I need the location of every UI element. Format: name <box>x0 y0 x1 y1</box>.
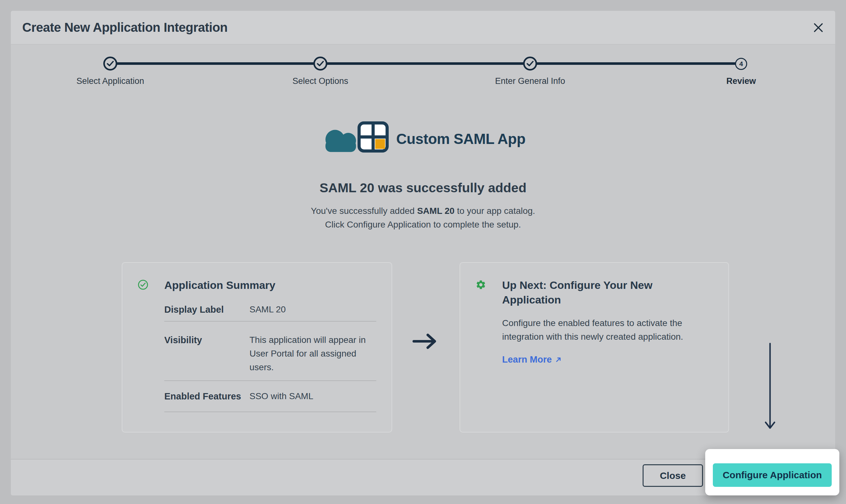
app-logo: Custom SAML App <box>11 121 835 152</box>
row-label: Display Label <box>164 303 250 317</box>
close-modal-button[interactable]: Close <box>643 464 703 487</box>
step-circle-select-application[interactable] <box>103 57 117 71</box>
close-icon <box>812 22 824 34</box>
step-circle-enter-general-info[interactable] <box>523 57 537 71</box>
close-button[interactable] <box>810 19 827 36</box>
row-value: SSO with SAML <box>250 389 376 403</box>
summary-rows: Display Label SAML 20 Visibility This ap… <box>164 299 376 412</box>
stepper-line <box>110 62 741 65</box>
check-icon <box>317 61 324 67</box>
app-name-bold: SAML 20 <box>417 206 454 216</box>
cloud-icon <box>321 124 363 152</box>
learn-more-link[interactable]: Learn More <box>502 354 562 365</box>
application-summary-card: Application Summary Display Label SAML 2… <box>122 262 392 432</box>
step-number: 4 <box>739 60 743 68</box>
step-label-select-options[interactable]: Select Options <box>292 76 348 86</box>
success-line-1: You've successfully added SAML 20 to you… <box>11 204 835 218</box>
row-label: Visibility <box>164 333 250 374</box>
row-label: Enabled Features <box>164 389 250 403</box>
success-line-2: Click Configure Application to complete … <box>11 218 835 231</box>
summary-row-display-label: Display Label SAML 20 <box>164 299 376 322</box>
check-icon <box>107 61 114 67</box>
down-arrow-icon <box>762 342 778 434</box>
configure-application-button[interactable]: Configure Application <box>713 463 832 487</box>
create-app-modal: Create New Application Integration <box>11 11 835 496</box>
check-icon <box>527 61 534 67</box>
gear-icon <box>475 279 486 290</box>
summary-row-enabled-features: Enabled Features SSO with SAML <box>164 381 376 412</box>
step-circle-select-options[interactable] <box>313 57 327 71</box>
success-message: You've successfully added SAML 20 to you… <box>11 204 835 231</box>
learn-more-label: Learn More <box>502 354 552 365</box>
app-logo-label: Custom SAML App <box>396 130 525 152</box>
up-next-card-title: Up Next: Configure Your New Application <box>502 278 674 307</box>
right-arrow-icon <box>412 333 438 350</box>
step-label-enter-general-info[interactable]: Enter General Info <box>495 76 565 86</box>
up-next-card-body: Configure the enabled features to activa… <box>502 316 709 343</box>
configure-button-highlight: Configure Application <box>705 449 839 496</box>
up-next-card: Up Next: Configure Your New Application … <box>460 262 729 432</box>
external-link-icon <box>555 356 562 363</box>
step-label-select-application[interactable]: Select Application <box>76 76 144 86</box>
page-title: Create New Application Integration <box>22 20 228 35</box>
success-heading: SAML 20 was successfully added <box>11 180 835 195</box>
summary-row-visibility: Visibility This application will appear … <box>164 322 376 381</box>
app-grid-icon <box>358 121 389 152</box>
check-circle-icon <box>138 279 148 290</box>
row-value: This application will appear in User Por… <box>250 333 376 374</box>
step-label-review: Review <box>726 76 756 86</box>
screen: Create New Application Integration <box>0 0 846 504</box>
step-circle-review: 4 <box>735 58 747 70</box>
modal-header: Create New Application Integration <box>11 11 835 44</box>
row-value: SAML 20 <box>250 303 376 317</box>
summary-card-title: Application Summary <box>164 278 275 292</box>
